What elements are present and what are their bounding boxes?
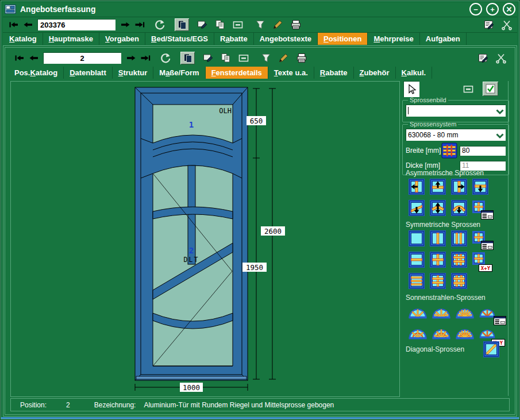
- pages-button[interactable]: [175, 18, 189, 31]
- sprosse-move-down-button[interactable]: [472, 178, 489, 195]
- sprossen-dialog-button[interactable]: [472, 230, 486, 244]
- print-button[interactable]: [294, 52, 309, 64]
- minimize-button[interactable]: −: [469, 3, 482, 16]
- fan-3-arc-button[interactable]: [408, 324, 427, 340]
- cursor-tool-button[interactable]: [403, 81, 419, 97]
- fan-7-arc-button[interactable]: [455, 324, 475, 340]
- sprosse-move-right-button[interactable]: [450, 178, 468, 195]
- sprosse-arch-down-button[interactable]: [450, 199, 468, 217]
- print-edit-button[interactable]: [195, 18, 209, 31]
- sprossen-xy-button[interactable]: X+Y: [472, 252, 486, 265]
- sprossen-1v-button[interactable]: [429, 230, 446, 247]
- last-position-button[interactable]: [138, 52, 152, 64]
- folder-tool-button[interactable]: [462, 83, 477, 95]
- sprossen-profile-icon[interactable]: [441, 142, 457, 159]
- cut-button[interactable]: [494, 52, 508, 64]
- asym-row-2: [408, 199, 486, 217]
- tab-zubehoer[interactable]: Zubehör: [354, 67, 396, 79]
- copy-button[interactable]: [218, 52, 233, 64]
- copy-button[interactable]: [213, 18, 227, 31]
- tab-fensterdetails[interactable]: Fensterdetails: [206, 67, 268, 79]
- offer-number-input[interactable]: [37, 19, 115, 30]
- apply-check-button[interactable]: [483, 82, 498, 96]
- tab-aufgaben[interactable]: Aufgaben: [420, 33, 467, 45]
- sprossen-double-cross-button[interactable]: [450, 251, 468, 268]
- refresh-button[interactable]: [152, 18, 167, 31]
- dropdown-button[interactable]: [494, 105, 506, 117]
- sprossen-1v2h-icon: [429, 272, 446, 290]
- last-record-icon: [133, 18, 146, 31]
- sprosse-arch-updown-button[interactable]: [429, 199, 446, 217]
- tab-hauptmaske[interactable]: Hauptmaske: [43, 33, 99, 45]
- next-record-button[interactable]: [118, 18, 132, 31]
- tab-vorgaben[interactable]: Vorgaben: [99, 33, 145, 45]
- filter-button[interactable]: [253, 18, 267, 31]
- pen-button[interactable]: [276, 52, 291, 64]
- tab-struktur[interactable]: Struktur: [113, 67, 154, 79]
- sprossen-cross-icon: [429, 251, 446, 268]
- bezeichnung-label: Bezeichnung:: [94, 401, 136, 409]
- tab-katalog[interactable]: Katalog: [3, 33, 43, 45]
- diagonal-single-button[interactable]: [483, 341, 500, 358]
- cut-icon: [500, 18, 513, 31]
- filter-button[interactable]: [259, 52, 273, 64]
- previous-position-button[interactable]: [26, 52, 41, 64]
- tab-rabatte-pos[interactable]: Rabatte: [314, 67, 354, 79]
- close-button[interactable]: ✕: [503, 3, 515, 16]
- sprossenbild-select[interactable]: [406, 105, 506, 117]
- first-position-button[interactable]: [12, 52, 26, 64]
- position-toolbar: [7, 50, 513, 66]
- sprosse-move-up-button[interactable]: [429, 178, 446, 195]
- position-number-input[interactable]: [43, 52, 121, 64]
- tab-texte-ua[interactable]: Texte u.a.: [268, 67, 314, 79]
- sprossen-3h-button[interactable]: [408, 272, 425, 290]
- fan-3-button[interactable]: [408, 303, 427, 319]
- maximize-icon: +: [490, 6, 495, 13]
- sprossen-1v2h-button[interactable]: [429, 272, 446, 290]
- apply-form-button[interactable]: [476, 52, 490, 64]
- sprossensystem-value: 630068 - 80 mm: [406, 131, 494, 139]
- fan-5-arc-button[interactable]: [432, 324, 451, 340]
- maximize-button[interactable]: +: [486, 3, 499, 16]
- tab-rabatte[interactable]: Rabatte: [214, 33, 254, 45]
- sprossen-none-button[interactable]: [408, 230, 425, 247]
- sprossen-cross-button[interactable]: [429, 251, 446, 268]
- dropdown-button[interactable]: [494, 129, 506, 141]
- last-record-button[interactable]: [132, 18, 147, 31]
- tab-datenblatt[interactable]: Datenblatt: [64, 67, 113, 79]
- apply-form-button[interactable]: [482, 18, 496, 31]
- next-position-button[interactable]: [124, 52, 138, 64]
- tab-kalkul[interactable]: Kalkul.: [396, 67, 433, 79]
- tab-bed-status-egs[interactable]: Bed/Status/EGS: [145, 33, 214, 45]
- folder-button[interactable]: [230, 18, 245, 31]
- sprossen-1h-button[interactable]: [408, 251, 425, 268]
- folder-button[interactable]: [236, 52, 251, 64]
- sprossensystem-select[interactable]: 630068 - 80 mm: [406, 129, 506, 141]
- fan-dialog-button[interactable]: [479, 303, 498, 319]
- breite-input[interactable]: [460, 146, 506, 156]
- refresh-button[interactable]: [158, 52, 172, 64]
- pen-button[interactable]: [271, 18, 285, 31]
- sprossen-grid-button[interactable]: [450, 272, 468, 290]
- fan-xy-button[interactable]: X+Y: [479, 324, 498, 340]
- sprossen-xy-icon: [472, 252, 486, 265]
- sprossen-dialog-button[interactable]: [472, 200, 486, 214]
- pages-button[interactable]: [180, 52, 195, 64]
- door-drawing-area[interactable]: 650 2600 1950 1000 OLH 1 2 DLT: [10, 81, 400, 397]
- first-record-button[interactable]: [6, 18, 21, 31]
- tab-pos-katalog[interactable]: Pos.Katalog: [9, 67, 64, 79]
- sprossen-2v-button[interactable]: [450, 230, 468, 247]
- tab-mehrpreise[interactable]: Mehrpreise: [368, 33, 419, 45]
- cut-button[interactable]: [499, 18, 514, 31]
- previous-record-button[interactable]: [21, 18, 35, 31]
- sprosse-move-left-button[interactable]: [408, 178, 425, 195]
- fan-7-button[interactable]: [455, 303, 475, 319]
- tab-angebotstexte[interactable]: Angebotstexte: [254, 33, 318, 45]
- print-edit-button[interactable]: [201, 52, 215, 64]
- print-button[interactable]: [288, 18, 303, 31]
- fan-5-button[interactable]: [432, 303, 451, 319]
- tab-positionen[interactable]: Positionen: [318, 33, 368, 45]
- print-icon: [290, 18, 302, 31]
- tab-masse-form[interactable]: Maße/Form: [153, 67, 205, 79]
- sprosse-diagonal-down-button[interactable]: [408, 199, 425, 217]
